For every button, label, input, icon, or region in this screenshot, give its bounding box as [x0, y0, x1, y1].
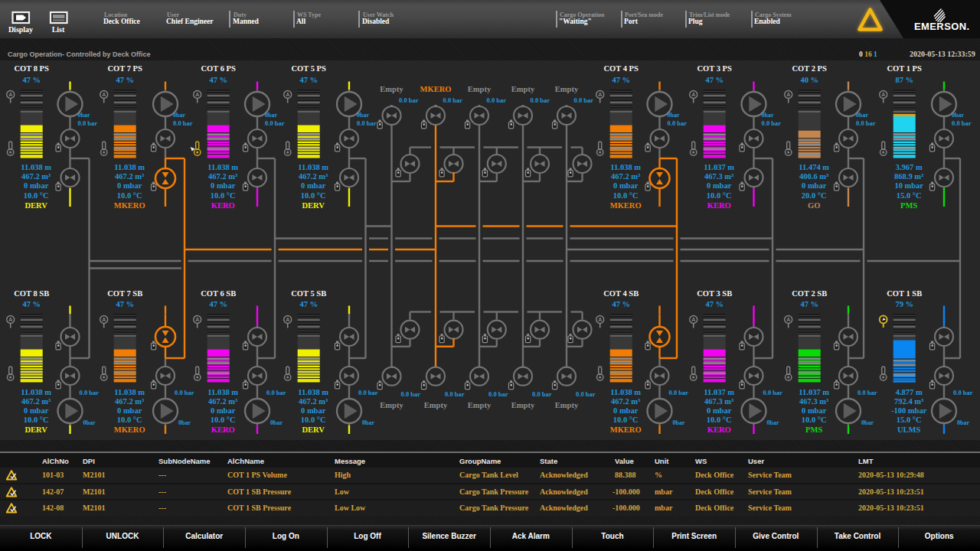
svg-text:47 %: 47 %: [116, 300, 134, 308]
svg-text:COT 6 PS: COT 6 PS: [201, 64, 236, 73]
svg-text:0bar: 0bar: [861, 419, 874, 426]
svg-text:47 %: 47 %: [209, 300, 227, 308]
svg-text:47 %: 47 %: [612, 300, 630, 308]
svg-text:0.0 bar: 0.0 bar: [763, 389, 783, 396]
svg-text:Empty: Empty: [380, 85, 403, 93]
svg-text:47 %: 47 %: [299, 300, 318, 308]
svg-text:87 %: 87 %: [895, 76, 913, 84]
svg-text:10.0 °C: 10.0 °C: [802, 416, 827, 424]
svg-text:467.2 m³: 467.2 m³: [115, 397, 144, 406]
svg-text:792.4 m³: 792.4 m³: [894, 397, 923, 406]
svg-text:20.0 °C: 20.0 °C: [802, 191, 827, 200]
svg-text:0.0 bar: 0.0 bar: [858, 389, 877, 396]
svg-text:MKERO: MKERO: [420, 85, 452, 93]
svg-text:Empty: Empty: [555, 85, 579, 93]
svg-text:467.2 m³: 467.2 m³: [208, 172, 237, 181]
svg-text:0bar: 0bar: [270, 419, 283, 426]
svg-text:DERV: DERV: [25, 201, 48, 210]
svg-text:0.0 bar: 0.0 bar: [78, 119, 98, 127]
svg-text:A: A: [8, 317, 12, 322]
svg-text:0bar: 0bar: [952, 112, 964, 119]
svg-text:0 mbar: 0 mbar: [117, 181, 142, 190]
svg-text:11.038 m: 11.038 m: [610, 388, 641, 396]
svg-text:467.2 m³: 467.2 m³: [299, 397, 328, 406]
svg-text:10.0 °C: 10.0 °C: [117, 416, 142, 424]
svg-text:0 mbar: 0 mbar: [613, 181, 639, 190]
svg-text:A: A: [286, 92, 289, 97]
svg-text:COT 7 SB: COT 7 SB: [107, 289, 142, 298]
svg-text:0 mbar: 0 mbar: [802, 406, 827, 415]
svg-text:47 %: 47 %: [209, 76, 227, 84]
svg-text:11.037 m: 11.037 m: [704, 388, 734, 396]
svg-text:0 mbar: 0 mbar: [707, 406, 732, 415]
svg-text:COT 3 PS: COT 3 PS: [697, 64, 732, 73]
svg-text:15.0 °C: 15.0 °C: [897, 191, 922, 200]
svg-text:COT 4 SB: COT 4 SB: [603, 289, 639, 298]
svg-text:47 %: 47 %: [800, 300, 818, 308]
svg-text:0bar: 0bar: [78, 112, 90, 119]
svg-text:0.0 bar: 0.0 bar: [856, 119, 876, 127]
svg-text:KERO: KERO: [707, 425, 731, 434]
svg-text:0bar: 0bar: [957, 419, 969, 426]
svg-text:A: A: [102, 92, 106, 97]
svg-text:3.967 m: 3.967 m: [896, 163, 923, 171]
svg-text:0.0 bar: 0.0 bar: [488, 390, 508, 398]
svg-text:0.0 bar: 0.0 bar: [80, 389, 100, 396]
svg-text:COT 5 SB: COT 5 SB: [291, 289, 326, 298]
svg-text:47 %: 47 %: [22, 300, 41, 308]
svg-text:A: A: [786, 92, 790, 97]
svg-text:0.0 bar: 0.0 bar: [173, 119, 193, 127]
svg-text:47 %: 47 %: [22, 76, 41, 84]
svg-text:10.0 °C: 10.0 °C: [707, 191, 732, 200]
svg-text:0 mbar: 0 mbar: [211, 406, 236, 415]
svg-text:PMS: PMS: [805, 425, 822, 434]
svg-text:0bar: 0bar: [673, 419, 685, 426]
svg-text:0.0 bar: 0.0 bar: [265, 119, 285, 127]
svg-text:0.0 bar: 0.0 bar: [953, 389, 973, 396]
svg-text:47 %: 47 %: [299, 76, 318, 84]
svg-text:467.2 m³: 467.2 m³: [611, 397, 640, 406]
svg-text:GO: GO: [808, 201, 820, 210]
svg-text:0bar: 0bar: [178, 419, 191, 426]
svg-text:0bar: 0bar: [357, 112, 369, 119]
svg-text:0.0 bar: 0.0 bar: [445, 390, 465, 398]
svg-text:COT 2 SB: COT 2 SB: [792, 289, 827, 298]
svg-text:A: A: [102, 317, 106, 322]
svg-text:10.0 °C: 10.0 °C: [24, 416, 49, 424]
svg-text:0.0 bar: 0.0 bar: [669, 389, 689, 396]
svg-text:KERO: KERO: [707, 201, 731, 210]
svg-text:47 %: 47 %: [705, 300, 724, 308]
svg-text:MKERO: MKERO: [610, 201, 642, 210]
svg-text:47 %: 47 %: [612, 76, 630, 84]
svg-text:ULMS: ULMS: [897, 425, 920, 434]
svg-text:A: A: [286, 317, 289, 322]
svg-text:Empty: Empty: [380, 401, 403, 409]
svg-text:11.474 m: 11.474 m: [799, 163, 829, 171]
svg-text:79 %: 79 %: [895, 300, 913, 308]
svg-text:KERO: KERO: [211, 201, 235, 210]
svg-text:11.038 m: 11.038 m: [298, 388, 328, 396]
svg-text:11.037 m: 11.037 m: [799, 388, 829, 396]
svg-text:0.0 bar: 0.0 bar: [357, 119, 377, 127]
svg-text:COT 3 SB: COT 3 SB: [697, 289, 732, 298]
svg-text:10.0 °C: 10.0 °C: [211, 191, 236, 200]
svg-text:47 %: 47 %: [116, 76, 134, 84]
svg-text:868.9 m³: 868.9 m³: [894, 172, 923, 181]
svg-text:COT 6 SB: COT 6 SB: [201, 289, 236, 298]
svg-text:0.0 bar: 0.0 bar: [531, 96, 550, 104]
svg-text:467.2 m³: 467.2 m³: [21, 172, 51, 181]
svg-text:0.0 bar: 0.0 bar: [175, 389, 194, 396]
svg-text:A: A: [8, 92, 12, 97]
svg-text:0bar: 0bar: [668, 112, 680, 119]
svg-text:Empty: Empty: [511, 401, 535, 409]
svg-text:15.0 °C: 15.0 °C: [897, 416, 922, 424]
svg-text:DERV: DERV: [302, 425, 325, 434]
svg-text:0 mbar: 0 mbar: [301, 406, 326, 415]
svg-text:A: A: [881, 92, 885, 97]
svg-text:MKERO: MKERO: [114, 425, 145, 434]
svg-text:COT 7 PS: COT 7 PS: [108, 64, 142, 73]
svg-text:0 mbar: 0 mbar: [613, 406, 639, 415]
svg-text:0.0 bar: 0.0 bar: [358, 389, 378, 396]
svg-text:11.038 m: 11.038 m: [207, 163, 238, 171]
svg-text:0 mbar: 0 mbar: [211, 181, 236, 190]
